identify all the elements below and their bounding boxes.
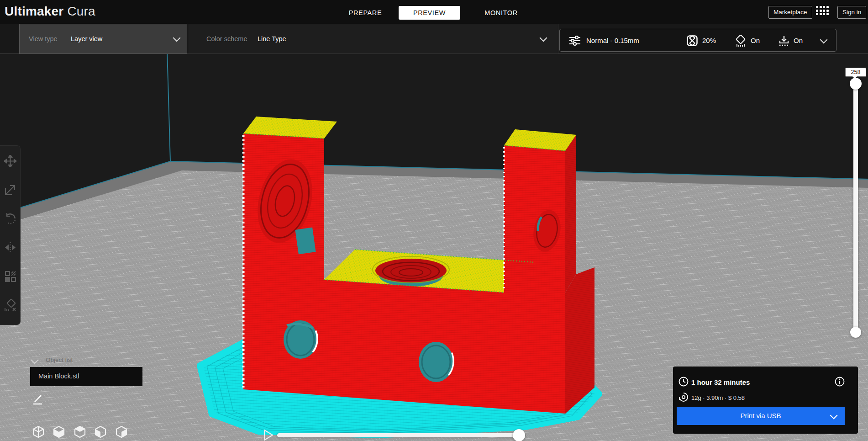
left-view-icon[interactable] [94,425,107,438]
color-scheme-value: Line Type [258,35,286,43]
preview-toolbar: View type Layer view Color scheme Line T… [0,24,868,54]
infill-icon [687,35,698,46]
simulation-slider-handle[interactable] [513,429,525,441]
mirror-tool[interactable] [4,241,16,254]
layer-slider-track[interactable] [853,81,858,335]
print-settings-sliders-icon [569,35,581,46]
sign-in-button[interactable]: Sign in [837,6,866,19]
tab-preview[interactable]: PREVIEW [399,6,460,20]
marketplace-button[interactable]: Marketplace [768,6,812,19]
chevron-down-icon [173,34,181,42]
view-type-value: Layer view [71,35,102,43]
3d-view-icon[interactable] [32,425,45,438]
right-view-icon[interactable] [115,425,128,438]
chevron-down-icon [820,36,828,44]
color-scheme-dropdown[interactable]: Color scheme Line Type [188,24,558,54]
color-scheme-label: Color scheme [206,35,247,43]
infill-value: 20% [702,37,716,44]
camera-view-buttons [32,425,134,440]
layer-number-tooltip: 258 [845,68,866,77]
spool-icon [679,393,688,402]
rotate-tool[interactable] [4,213,16,225]
simulation-slider-track[interactable] [277,433,519,437]
play-button[interactable] [263,429,274,441]
layer-slider-upper-handle[interactable] [850,78,862,90]
chevron-down-icon [540,34,547,42]
support-value: On [751,37,760,44]
chevron-down-icon [830,412,838,420]
object-name: Main Block.stl [38,372,79,380]
clock-icon [679,377,689,387]
move-tool[interactable] [4,155,16,167]
model-front-hole-right [419,342,453,382]
quality-value: Normal - 0.15mm [586,37,639,44]
top-bar: Ultimaker Cura PREPARE PREVIEW MONITOR M… [0,0,868,24]
left-tool-column [0,145,21,325]
adhesion-value: On [794,37,803,44]
view-type-dropdown[interactable]: View type Layer view [19,24,187,54]
tab-monitor[interactable]: MONITOR [468,6,534,20]
print-time: 1 hour 32 minutes [691,378,750,386]
scale-tool[interactable] [4,184,16,196]
print-stats-panel: 1 hour 32 minutes 12g · 3.90m · $ 0.58 P… [673,367,858,434]
model-front-hole-left [284,320,317,359]
print-settings-panel[interactable]: Normal - 0.15mm 20% On On [559,29,836,52]
layer-slider-lower-handle[interactable] [850,327,861,338]
object-list-item[interactable]: Main Block.stl [30,367,142,386]
info-icon[interactable] [835,377,845,387]
front-view-icon[interactable] [53,425,65,438]
edit-pencil-icon[interactable] [32,393,44,405]
support-icon [735,35,747,47]
support-blocker-tool[interactable] [4,299,16,312]
view-type-label: View type [29,35,58,43]
app-logo: Ultimaker Cura [5,4,95,19]
object-list-title: Object list [46,356,73,363]
print-via-usb-button[interactable]: Print via USB [677,407,845,425]
apps-grid-icon[interactable] [816,6,828,18]
top-view-icon[interactable] [74,425,86,438]
material-usage: 12g · 3.90m · $ 0.58 [691,394,745,401]
tab-prepare[interactable]: PREPARE [338,6,393,20]
model-tower-right-side-face [565,135,576,292]
per-model-settings-tool[interactable] [4,270,16,282]
adhesion-icon [778,35,790,47]
